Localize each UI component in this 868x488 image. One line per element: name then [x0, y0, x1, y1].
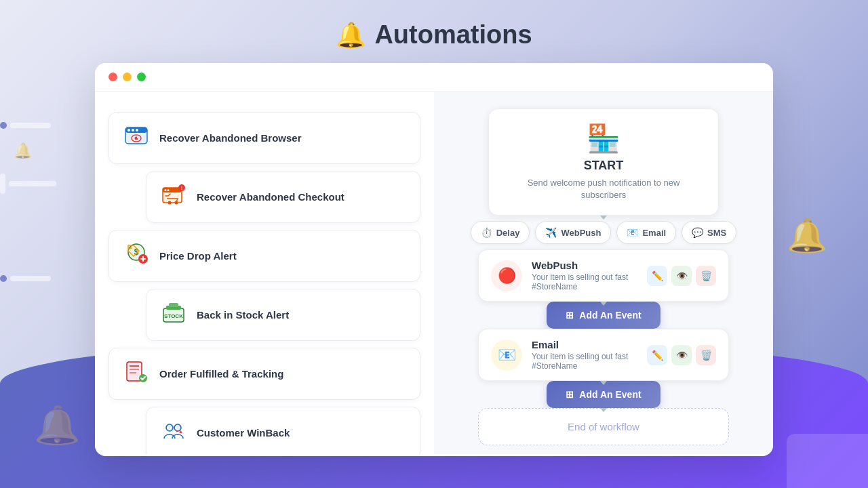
window-close-button[interactable]: [108, 73, 117, 81]
svg-point-3: [132, 129, 134, 131]
left-panel: Recover Abandoned Browser !: [95, 92, 434, 454]
webpush-node-card: 🔴 WebPush Your item is selling out fast …: [478, 249, 729, 302]
order-fulfilled-label: Order Fulfilled & Tracking: [159, 368, 283, 380]
window-titlebar: [95, 63, 773, 92]
email-icon: 📧: [627, 227, 638, 238]
webpush-icon: ✈️: [545, 227, 557, 238]
start-icon: 🏪: [509, 123, 698, 155]
recover-browser-label: Recover Abandoned Browser: [159, 132, 302, 144]
svg-point-4: [136, 129, 138, 131]
email-node-actions: ✏️ 👁️ 🗑️: [647, 345, 716, 365]
header-bell-icon: 🔔: [336, 21, 366, 49]
email-node-icon: 📧: [498, 346, 516, 364]
svg-point-12: [168, 201, 172, 205]
sms-label: SMS: [707, 228, 726, 238]
page-header: 🔔 Automations: [0, 0, 868, 63]
webpush-edit-button[interactable]: ✏️: [647, 266, 667, 286]
sms-button[interactable]: 💬 SMS: [682, 221, 736, 244]
webpush-label: WebPush: [561, 228, 601, 238]
delay-button[interactable]: ⏱️ Delay: [471, 221, 530, 244]
delay-icon: ⏱️: [481, 227, 492, 238]
svg-point-10: [165, 189, 167, 191]
email-node-desc: Your item is selling out fast #StoreName: [532, 352, 637, 371]
email-edit-button[interactable]: ✏️: [647, 345, 667, 365]
decorative-bell-left: 🔔: [34, 403, 81, 447]
event-buttons-row: ⏱️ Delay ✈️ WebPush 📧 Email 💬 SMS: [471, 221, 737, 244]
email-node-type: Email: [532, 339, 637, 350]
order-fulfilled-icon: [123, 359, 150, 388]
start-card: 🏪 START Send welcome push notification t…: [488, 108, 719, 216]
end-of-workflow-card: End of workflow: [478, 408, 729, 445]
email-label: Email: [642, 228, 666, 238]
email-node-card: 📧 Email Your item is selling out fast #S…: [478, 329, 729, 381]
webpush-button[interactable]: ✈️ WebPush: [535, 221, 611, 244]
email-node-icon-wrap: 📧: [491, 340, 522, 371]
add-event-button-1[interactable]: ⊞ Add An Event: [547, 302, 660, 329]
left-decorations: 🔔: [0, 122, 56, 296]
decorative-bell-right: 🔔: [787, 217, 827, 255]
svg-point-11: [167, 189, 170, 191]
main-window: Recover Abandoned Browser !: [95, 63, 773, 456]
price-drop-icon: $: [123, 241, 150, 270]
webpush-node-icon: 🔴: [498, 267, 516, 285]
webpush-node-actions: ✏️ 👁️ 🗑️: [647, 266, 716, 286]
svg-point-29: [166, 424, 173, 431]
right-panel: 🏪 START Send welcome push notification t…: [434, 92, 773, 454]
email-node-content: Email Your item is selling out fast #Sto…: [532, 339, 637, 371]
sms-icon: 💬: [692, 227, 703, 238]
add-event-icon-1: ⊞: [566, 310, 574, 321]
window-body: Recover Abandoned Browser !: [95, 92, 773, 454]
recover-checkout-icon: !: [160, 182, 187, 211]
svg-point-7: [137, 137, 138, 138]
window-minimize-button[interactable]: [123, 73, 132, 81]
automation-card-back-in-stock[interactable]: STOCK Back in Stock Alert: [146, 289, 420, 341]
webpush-view-button[interactable]: 👁️: [671, 266, 692, 286]
email-view-button[interactable]: 👁️: [671, 345, 692, 365]
svg-point-19: [130, 247, 132, 249]
bottom-right-decoration: [787, 434, 868, 488]
webpush-node-icon-wrap: 🔴: [491, 260, 522, 291]
email-button[interactable]: 📧 Email: [616, 221, 676, 244]
customer-winback-label: Customer WinBack: [197, 427, 290, 439]
svg-point-30: [174, 424, 181, 431]
delay-label: Delay: [496, 228, 520, 238]
customer-winback-icon: [160, 418, 187, 447]
back-in-stock-label: Back in Stock Alert: [197, 309, 289, 321]
automation-card-recover-checkout[interactable]: ! Recover Abandoned Checkout: [146, 171, 420, 223]
back-in-stock-icon: STOCK: [160, 300, 187, 329]
start-description: Send welcome push notification to new su…: [509, 177, 698, 201]
window-maximize-button[interactable]: [137, 73, 146, 81]
svg-rect-22: [169, 303, 178, 307]
svg-text:STOCK: STOCK: [164, 313, 183, 319]
add-event-icon-2: ⊞: [566, 389, 574, 400]
svg-point-2: [127, 129, 130, 131]
automation-card-customer-winback[interactable]: Customer WinBack: [146, 407, 420, 454]
webpush-node-content: WebPush Your item is selling out fast #S…: [532, 260, 637, 291]
webpush-node-type: WebPush: [532, 260, 637, 271]
webpush-node-desc: Your item is selling out fast #StoreName: [532, 272, 637, 291]
add-event-label-2: Add An Event: [579, 389, 641, 400]
automation-card-recover-browser[interactable]: Recover Abandoned Browser: [108, 112, 420, 164]
add-event-button-2[interactable]: ⊞ Add An Event: [547, 381, 660, 408]
automation-card-order-fulfilled[interactable]: Order Fulfilled & Tracking: [108, 348, 420, 400]
recover-browser-icon: [123, 123, 150, 152]
webpush-delete-button[interactable]: 🗑️: [696, 266, 716, 286]
email-delete-button[interactable]: 🗑️: [696, 345, 716, 365]
add-event-label-1: Add An Event: [579, 310, 641, 321]
page-title: Automations: [374, 20, 532, 49]
svg-text:!: !: [181, 186, 182, 190]
recover-checkout-label: Recover Abandoned Checkout: [197, 191, 344, 203]
price-drop-label: Price Drop Alert: [159, 250, 237, 262]
end-label: End of workflow: [568, 421, 639, 432]
automation-card-price-drop[interactable]: $ Price Drop Alert: [108, 230, 420, 282]
start-label: START: [509, 159, 698, 173]
